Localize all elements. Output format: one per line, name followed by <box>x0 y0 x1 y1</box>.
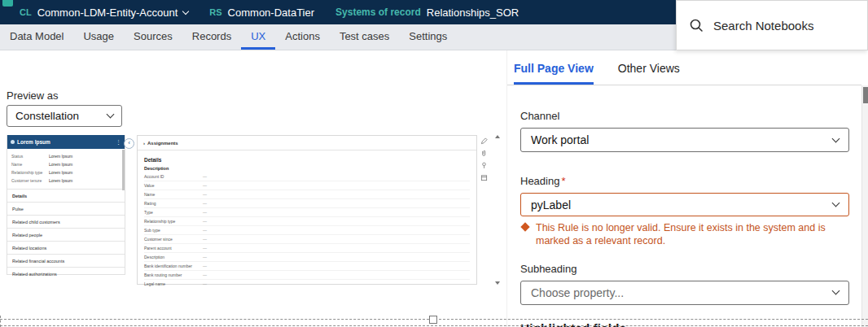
sor-label: Systems of record <box>335 7 421 18</box>
mock-utility-bar <box>480 137 488 181</box>
chevron-right-icon: › <box>143 141 145 146</box>
view-tabs: Full Page View Other Views <box>507 50 861 85</box>
selection-handle <box>429 316 437 324</box>
mock-field-row: Rating— <box>144 199 470 208</box>
search-input[interactable] <box>712 18 861 33</box>
scroll-down-icon[interactable] <box>495 281 500 285</box>
class-name: Common-LDM-Entity-Account <box>37 7 178 19</box>
preview-mode-select[interactable]: Constellation <box>7 105 122 127</box>
tab-other-views[interactable]: Other Views <box>618 62 680 85</box>
calendar-icon[interactable] <box>480 174 488 181</box>
mock-case-title: Lorem Ipsum <box>17 139 113 145</box>
overflow-menu-icon[interactable]: ⋮ <box>116 139 121 145</box>
summary-row: StatusLorem Ipsum <box>11 152 121 160</box>
tab-test-cases[interactable]: Test cases <box>330 24 399 50</box>
systems-of-record: Systems of record Relationships_SOR <box>335 7 519 19</box>
chevron-down-icon <box>832 287 840 295</box>
chevron-down-icon <box>832 134 840 142</box>
config-panel: Full Page View Other Views Channel Work … <box>506 50 861 327</box>
class-selector[interactable]: CL Common-LDM-Entity-Account <box>20 7 188 19</box>
mock-details-title: Details <box>144 157 470 163</box>
tab-actions[interactable]: Actions <box>275 24 330 50</box>
mock-case-header: Lorem Ipsum ⋮ <box>7 135 125 149</box>
mock-nav-item-related-locations[interactable]: Related locations <box>7 241 125 254</box>
heading-select[interactable]: pyLabel <box>520 193 849 216</box>
mock-case-sidebar: Lorem Ipsum ⋮ StatusLorem Ipsum NameLore… <box>7 135 125 275</box>
mock-nav-item-related-financial-accounts[interactable]: Related financial accounts <box>7 254 125 267</box>
mock-nav-item-pulse[interactable]: Pulse <box>7 202 125 215</box>
mock-field-row: Legal name— <box>144 280 470 288</box>
search-icon <box>689 18 704 33</box>
app-window: CL Common-LDM-Entity-Account RS Common-D… <box>0 0 868 327</box>
selection-marquee-line <box>0 316 1 327</box>
chevron-down-icon <box>832 199 840 207</box>
scroll-up-icon[interactable] <box>495 135 500 138</box>
collapse-button[interactable]: ‹ <box>124 138 134 149</box>
preview-scrollbar[interactable] <box>493 135 502 285</box>
mock-field-row: Bank identification number— <box>144 262 470 271</box>
tab-full-page-view[interactable]: Full Page View <box>514 62 594 85</box>
assignments-label: Assignments <box>147 141 178 146</box>
mock-field-row: Account ID— <box>144 172 470 181</box>
selection-marquee-line <box>0 325 868 326</box>
mock-field-row: Relationship type— <box>144 217 470 226</box>
sor-value[interactable]: Relationships_SOR <box>427 7 519 19</box>
assignments-header[interactable]: › Assignments <box>138 136 476 150</box>
heading-label: Heading* <box>520 175 861 187</box>
mock-nav-item-related-authorizations[interactable]: Related authorizations <box>7 267 125 280</box>
ruleset-badge: RS <box>209 7 221 17</box>
summary-row: Relationship typeLorem Ipsum <box>11 168 121 177</box>
logo-icon <box>2 0 13 7</box>
chevron-down-icon <box>182 7 189 14</box>
mock-field-row: Value— <box>144 181 470 190</box>
tab-data-model[interactable]: Data Model <box>0 24 73 50</box>
heading-value: pyLabel <box>531 198 571 211</box>
mock-field-row: Customer since— <box>144 235 470 244</box>
heading-error: This Rule is no longer valid. Ensure it … <box>520 221 840 248</box>
channel-label: Channel <box>520 110 861 122</box>
mock-field-row: Description— <box>144 253 470 262</box>
mock-case-summary: StatusLorem Ipsum NameLorem Ipsum Relati… <box>7 149 125 189</box>
avatar <box>11 140 15 144</box>
mock-field-row: Bank routing number— <box>144 271 470 280</box>
heading-error-text: This Rule is no longer valid. Ensure it … <box>536 221 840 248</box>
ruleset-selector[interactable]: RS Common-DataTier <box>209 7 314 19</box>
warning-icon <box>520 222 529 231</box>
panel-scrollbar-thumb[interactable] <box>863 87 868 103</box>
channel-value: Work portal <box>531 133 589 146</box>
class-badge: CL <box>20 7 32 17</box>
channel-select[interactable]: Work portal <box>520 128 849 152</box>
mock-nav-item-details[interactable]: Details <box>7 189 125 202</box>
pencil-icon[interactable] <box>480 137 488 145</box>
required-asterisk: * <box>561 175 565 187</box>
tab-ux[interactable]: UX <box>241 24 275 50</box>
preview-mode-value: Constellation <box>15 110 79 122</box>
summary-row: Customer tenureLorem Ipsum <box>11 177 121 185</box>
tab-usage[interactable]: Usage <box>73 24 124 50</box>
subheading-select[interactable]: Choose property... <box>520 281 849 305</box>
mock-field-row: Sub type— <box>144 226 470 235</box>
search-notebooks-overlay <box>676 0 868 50</box>
preview-as-label: Preview as <box>7 89 59 102</box>
paperclip-icon[interactable] <box>480 150 488 157</box>
mock-description-title: Description <box>144 166 470 171</box>
mock-work-area: › Assignments Details Description Accoun… <box>137 135 477 285</box>
mock-field-row: Parent account— <box>144 244 470 253</box>
panel-scrollbar[interactable] <box>861 85 868 327</box>
tab-settings[interactable]: Settings <box>399 24 457 50</box>
summary-row: NameLorem Ipsum <box>11 160 121 168</box>
mock-nav-item-related-child-customers[interactable]: Related child customers <box>7 215 125 228</box>
subheading-label: Subheading <box>520 263 861 275</box>
tab-records[interactable]: Records <box>182 24 241 50</box>
chevron-down-icon <box>107 111 115 119</box>
subheading-placeholder: Choose property... <box>531 286 624 299</box>
pin-icon[interactable] <box>480 162 488 169</box>
mock-sidebar-scrollbar[interactable] <box>122 150 125 190</box>
mock-nav-item-related-people[interactable]: Related people <box>7 228 125 241</box>
ruleset-name: Common-DataTier <box>228 7 314 19</box>
mock-field-row: Name— <box>144 190 470 199</box>
tab-sources[interactable]: Sources <box>124 24 182 50</box>
mock-field-row: Type— <box>144 208 470 217</box>
